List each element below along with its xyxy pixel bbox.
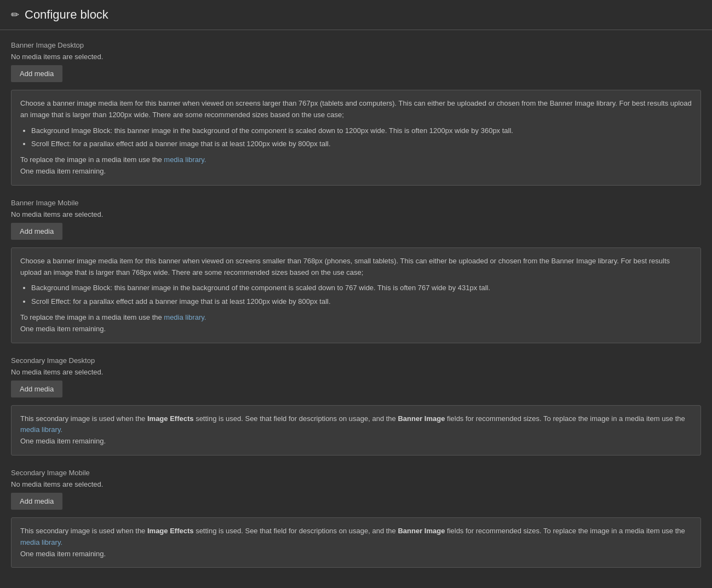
list-item: Background Image Block: this banner imag… [31, 283, 692, 294]
banner-image-desktop-media-library-link[interactable]: media library. [164, 155, 206, 164]
banner-image-desktop-remaining: One media item remaining. [20, 166, 692, 177]
banner-image-mobile-add-media-button[interactable]: Add media [11, 223, 62, 240]
banner-image-desktop-info-box: Choose a banner image media item for thi… [11, 90, 701, 186]
secondary-image-mobile-info-box: This secondary image is used when the Im… [11, 517, 701, 568]
banner-image-desktop-no-media: No media items are selected. [11, 53, 701, 61]
banner-image-mobile-media-library-link[interactable]: media library. [164, 313, 206, 321]
secondary-image-desktop-add-media-button[interactable]: Add media [11, 381, 62, 397]
secondary-image-desktop-section: Secondary Image Desktop No media items a… [11, 356, 701, 456]
banner-image-desktop-add-media-button[interactable]: Add media [11, 65, 62, 82]
banner-image-desktop-footer: To replace the image in a media item use… [20, 154, 692, 166]
banner-image-mobile-info-box: Choose a banner image media item for thi… [11, 247, 701, 343]
banner-image-desktop-info-list: Background Image Block: this banner imag… [31, 125, 692, 151]
banner-image-mobile-info-intro: Choose a banner image media item for thi… [20, 256, 692, 279]
secondary-image-mobile-add-media-button[interactable]: Add media [11, 493, 62, 510]
banner-image-mobile-info-list: Background Image Block: this banner imag… [31, 283, 692, 308]
list-item: Scroll Effect: for a parallax effect add… [31, 139, 692, 150]
banner-image-mobile-footer: To replace the image in a media item use… [20, 312, 692, 324]
secondary-image-desktop-info-box: This secondary image is used when the Im… [11, 405, 701, 456]
page-title: Configure block [25, 8, 108, 22]
banner-image-mobile-label: Banner Image Mobile [11, 199, 701, 207]
list-item: Background Image Block: this banner imag… [31, 125, 692, 137]
secondary-image-mobile-no-media: No media items are selected. [11, 480, 701, 488]
banner-image-desktop-info-intro: Choose a banner image media item for thi… [20, 98, 692, 121]
banner-image-desktop-section: Banner Image Desktop No media items are … [11, 41, 701, 186]
secondary-image-mobile-remaining: One media item remaining. [20, 549, 692, 560]
secondary-image-mobile-label: Secondary Image Mobile [11, 469, 701, 477]
banner-image-desktop-label: Banner Image Desktop [11, 41, 701, 49]
page-header: ✏ Configure block [0, 0, 712, 30]
secondary-image-mobile-section: Secondary Image Mobile No media items ar… [11, 469, 701, 568]
secondary-image-desktop-label: Secondary Image Desktop [11, 356, 701, 365]
edit-icon: ✏ [11, 9, 19, 21]
secondary-image-desktop-remaining: One media item remaining. [20, 436, 692, 447]
banner-image-mobile-no-media: No media items are selected. [11, 210, 701, 218]
secondary-image-mobile-info-text: This secondary image is used when the Im… [20, 526, 692, 549]
banner-image-mobile-remaining: One media item remaining. [20, 324, 692, 335]
secondary-image-desktop-info-text: This secondary image is used when the Im… [20, 413, 692, 436]
secondary-image-desktop-no-media: No media items are selected. [11, 368, 701, 376]
main-content: Banner Image Desktop No media items are … [0, 30, 712, 588]
secondary-image-mobile-media-library-link[interactable]: media library. [20, 538, 62, 546]
secondary-image-desktop-media-library-link[interactable]: media library. [20, 425, 62, 434]
list-item: Scroll Effect: for a parallax effect add… [31, 296, 692, 308]
banner-image-mobile-section: Banner Image Mobile No media items are s… [11, 199, 701, 343]
